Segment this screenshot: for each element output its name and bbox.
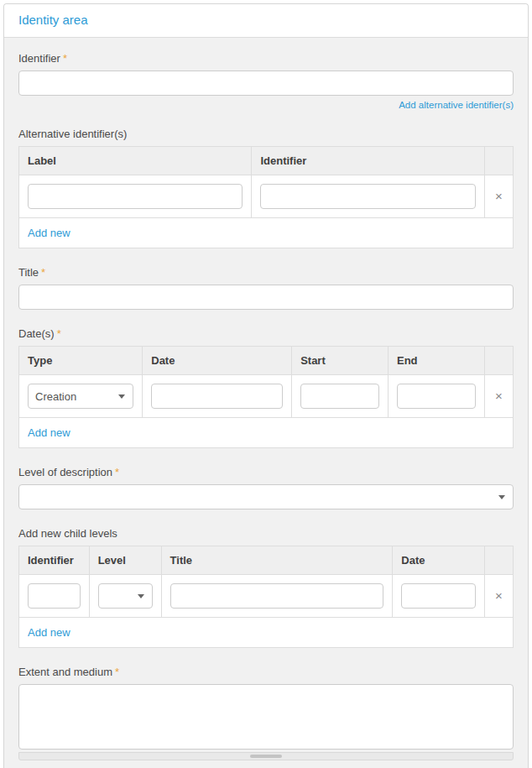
child-date-input[interactable] [401,583,476,609]
panel-title[interactable]: Identity area [18,13,88,27]
column-header-identifier: Identifier [252,147,484,175]
child-levels-table: Identifier Level Title Date [18,546,514,648]
title-group: Title* [18,266,514,310]
identity-area-panel: Identity area Identifier* Add alternativ… [3,3,529,768]
date-end-input[interactable] [397,384,476,409]
add-new-date-link[interactable]: Add new [28,426,70,439]
required-marker: * [41,266,45,279]
panel-header: Identity area [4,4,528,38]
column-header-label: Label [19,147,252,175]
alt-identifier-label-input[interactable] [28,184,243,209]
add-new-child-level-link[interactable]: Add new [28,626,70,639]
grip-icon [250,755,282,758]
required-marker: * [115,466,119,478]
date-start-input[interactable] [300,384,379,409]
column-header-delete [484,546,513,575]
column-header-start: Start [292,347,389,375]
chevron-down-icon [498,495,505,499]
delete-row-icon[interactable]: × [495,190,503,202]
child-level-select[interactable] [98,583,153,609]
alternative-identifiers-group: Alternative identifier(s) Label Identifi… [18,128,514,248]
panel-body: Identifier* Add alternative identifier(s… [4,38,528,768]
column-header-type: Type [19,347,143,375]
dates-group: Date(s)* Type Date Start End Creation [18,327,514,448]
column-header-delete [484,147,513,175]
child-levels-group: Add new child levels Identifier Level Ti… [18,527,514,648]
required-marker: * [57,327,61,340]
extent-and-medium-textarea[interactable] [18,684,514,750]
alt-identifier-identifier-input[interactable] [260,184,475,209]
delete-row-icon[interactable]: × [495,389,503,402]
child-levels-label: Add new child levels [18,527,514,540]
identifier-input[interactable] [18,71,514,96]
title-label: Title* [18,266,514,279]
identifier-label: Identifier* [18,52,514,65]
identifier-group: Identifier* Add alternative identifier(s… [18,52,514,110]
required-marker: * [63,52,67,65]
dates-label: Date(s)* [18,327,514,340]
table-header-row: Identifier Level Title Date [19,546,514,575]
table-footer-row: Add new [19,418,514,448]
date-type-selected-value: Creation [35,390,76,403]
column-header-end: End [388,347,484,375]
date-input[interactable] [151,384,283,409]
table-row: × [19,175,514,218]
column-header-date: Date [143,347,292,375]
chevron-down-icon [138,594,144,598]
alternative-identifiers-label: Alternative identifier(s) [18,128,514,140]
table-footer-row: Add new [19,218,514,248]
table-footer-row: Add new [19,618,514,648]
column-header-date: Date [393,546,485,575]
level-of-description-select[interactable] [18,484,514,509]
column-header-identifier: Identifier [19,546,90,575]
child-identifier-input[interactable] [28,583,81,609]
column-header-level: Level [89,546,161,575]
delete-row-icon[interactable]: × [495,589,503,602]
alternative-identifiers-table: Label Identifier × Add new [18,146,514,248]
table-header-row: Type Date Start End [19,347,514,375]
level-of-description-group: Level of description* [18,466,514,509]
column-header-delete [484,347,513,375]
table-row: Creation × [19,375,514,418]
date-type-select[interactable]: Creation [28,384,133,409]
dates-table: Type Date Start End Creation [18,346,514,448]
add-alternative-identifiers-link[interactable]: Add alternative identifier(s) [399,100,514,110]
textarea-resize-handle[interactable] [18,752,514,760]
table-header-row: Label Identifier [19,147,514,175]
title-input[interactable] [18,285,514,310]
alt-identifier-link-row: Add alternative identifier(s) [18,100,514,110]
child-title-input[interactable] [170,583,384,609]
extent-and-medium-label: Extent and medium* [18,666,514,678]
extent-and-medium-group: Extent and medium* [18,666,514,760]
table-row: × [19,575,514,618]
required-marker: * [115,666,119,678]
add-new-alt-identifier-link[interactable]: Add new [28,227,70,239]
chevron-down-icon [118,394,125,399]
column-header-title: Title [161,546,393,575]
level-of-description-label: Level of description* [18,466,514,478]
